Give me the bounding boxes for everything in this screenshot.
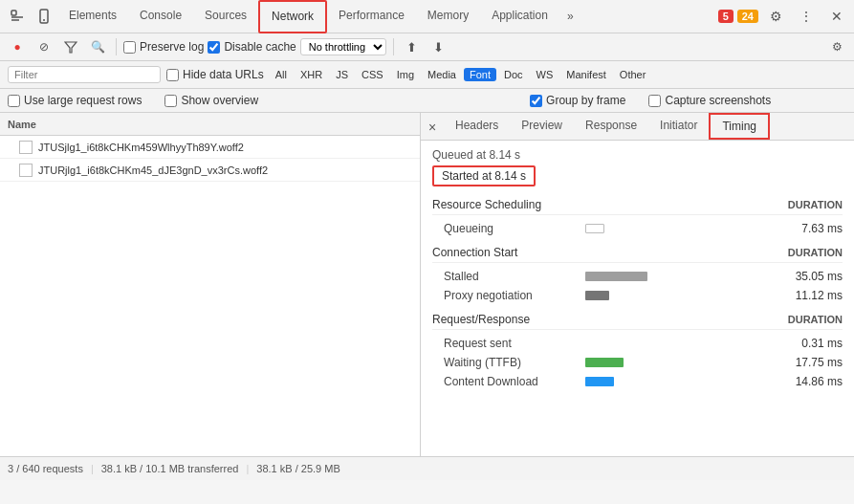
disable-cache-checkbox[interactable]: Disable cache — [208, 40, 296, 54]
record-button[interactable]: ● — [6, 35, 29, 58]
proxy-bar-visual — [585, 291, 609, 300]
list-item-checkbox — [19, 141, 33, 154]
search-icon[interactable]: 🔍 — [86, 35, 109, 58]
tab-more[interactable]: » — [559, 0, 581, 33]
filter-doc[interactable]: Doc — [498, 68, 529, 81]
filter-icon[interactable] — [59, 35, 82, 58]
error-badge: 5 — [718, 10, 734, 23]
more-options-icon[interactable]: ⋮ — [793, 3, 820, 30]
devtools-tab-bar: Elements Console Sources Network Perform… — [0, 0, 854, 33]
preserve-log-checkbox[interactable]: Preserve log — [123, 40, 204, 54]
upload-icon[interactable]: ⬆ — [401, 35, 424, 58]
list-item-checkbox — [19, 164, 33, 177]
filter-input[interactable] — [8, 66, 161, 83]
proxy-bar — [585, 291, 776, 300]
list-item[interactable]: JTUSjlg1_i6t8kCHKm459WlhyyTh89Y.woff2 — [0, 136, 420, 159]
error-badge-container: 5 24 — [718, 10, 758, 23]
timing-row-request-sent: Request sent 0.31 ms — [432, 334, 843, 353]
detail-tabs: × Headers Preview Response Initiator Tim… — [421, 113, 854, 141]
capture-screenshots-checkbox[interactable]: Capture screenshots — [648, 94, 771, 107]
tab-response[interactable]: Response — [574, 113, 648, 140]
filter-ws[interactable]: WS — [531, 68, 559, 81]
list-item[interactable]: JTURjlg1_i6t8kCHKm45_dJE3gnD_vx3rCs.woff… — [0, 159, 420, 182]
started-info: Started at 8.14 s — [432, 165, 536, 186]
filter-img[interactable]: Img — [391, 68, 420, 81]
timing-section-header-3: Request/Response DURATION — [432, 313, 843, 330]
timing-connection-start: Connection Start DURATION Stalled 35.05 … — [432, 246, 843, 305]
network-toolbar: ● ⊘ 🔍 Preserve log Disable cache No thro… — [0, 33, 854, 61]
ttfb-bar-visual — [585, 358, 624, 367]
show-overview-checkbox[interactable]: Show overview — [164, 94, 258, 107]
throttle-select[interactable]: No throttling Slow 3G Fast 3G Offline — [300, 38, 386, 55]
tab-performance[interactable]: Performance — [327, 0, 416, 33]
queueing-bar-visual — [585, 224, 604, 233]
tab-preview[interactable]: Preview — [510, 113, 574, 140]
hide-data-urls-checkbox[interactable]: Hide data URLs — [166, 68, 264, 81]
svg-marker-5 — [65, 42, 77, 53]
status-sep-2: | — [246, 463, 249, 474]
separator-2 — [393, 38, 394, 55]
group-by-frame-checkbox[interactable]: Group by frame — [530, 94, 625, 107]
tab-network[interactable]: Network — [258, 0, 327, 33]
inspect-icon[interactable] — [4, 3, 31, 30]
stalled-bar-visual — [585, 272, 647, 281]
detail-close-button[interactable]: × — [421, 113, 444, 141]
main-content: Name JTUSjlg1_i6t8kCHKm459WlhyyTh89Y.wof… — [0, 113, 854, 456]
close-devtools-icon[interactable]: ✕ — [823, 3, 850, 30]
tab-initiator[interactable]: Initiator — [648, 113, 709, 140]
transferred-info: 38.1 kB / 10.1 MB transferred — [101, 463, 239, 474]
detail-panel: × Headers Preview Response Initiator Tim… — [421, 113, 854, 456]
tab-application[interactable]: Application — [480, 0, 559, 33]
status-bar: 3 / 640 requests | 38.1 kB / 10.1 MB tra… — [0, 456, 854, 480]
status-sep-1: | — [91, 463, 94, 474]
timing-row-queueing: Queueing 7.63 ms — [432, 219, 843, 238]
timing-resource-scheduling: Resource Scheduling DURATION Queueing 7.… — [432, 198, 843, 238]
timing-section-header-2: Connection Start DURATION — [432, 246, 843, 263]
filter-font[interactable]: Font — [464, 68, 496, 81]
tab-timing[interactable]: Timing — [709, 113, 770, 140]
filter-xhr[interactable]: XHR — [295, 68, 328, 81]
download-icon[interactable]: ⬇ — [427, 35, 450, 58]
tab-elements[interactable]: Elements — [57, 0, 128, 33]
network-settings-icon[interactable]: ⚙ — [825, 35, 848, 58]
requests-count: 3 / 640 requests — [8, 463, 83, 474]
large-rows-checkbox[interactable]: Use large request rows — [8, 94, 142, 107]
tab-actions: 5 24 ⚙ ⋮ ✕ — [718, 3, 850, 30]
main-tabs: Elements Console Sources Network Perform… — [57, 0, 581, 33]
timing-row-stalled: Stalled 35.05 ms — [432, 267, 843, 286]
filter-other[interactable]: Other — [614, 68, 652, 81]
filter-manifest[interactable]: Manifest — [560, 68, 612, 81]
timing-row-content-download: Content Download 14.86 ms — [432, 372, 843, 391]
content-download-bar — [585, 377, 776, 386]
timing-request-response: Request/Response DURATION Request sent 0… — [432, 313, 843, 391]
svg-rect-3 — [40, 10, 48, 23]
queued-info: Queued at 8.14 s — [432, 148, 843, 162]
mobile-icon[interactable] — [31, 3, 57, 30]
tab-sources[interactable]: Sources — [193, 0, 258, 33]
settings-icon[interactable]: ⚙ — [762, 3, 789, 30]
filter-bar: Hide data URLs All XHR JS CSS Img Media … — [0, 61, 854, 89]
separator-1 — [116, 38, 117, 55]
options-left: Use large request rows Show overview — [8, 94, 258, 107]
stalled-bar — [585, 272, 776, 281]
stop-button[interactable]: ⊘ — [33, 35, 55, 58]
timing-row-ttfb: Waiting (TTFB) 17.75 ms — [432, 353, 843, 372]
tab-headers[interactable]: Headers — [444, 113, 510, 140]
resources-info: 38.1 kB / 25.9 MB — [256, 463, 339, 474]
timing-row-proxy: Proxy negotiation 11.12 ms — [432, 286, 843, 305]
queueing-bar — [585, 224, 776, 233]
list-header: Name — [0, 113, 420, 136]
options-row-1: Use large request rows Show overview Gro… — [0, 89, 854, 113]
filter-media[interactable]: Media — [422, 68, 462, 81]
filter-js[interactable]: JS — [330, 68, 354, 81]
filter-all[interactable]: All — [270, 68, 293, 81]
filter-types: All XHR JS CSS Img Media Font Doc WS Man… — [270, 68, 652, 81]
tab-console[interactable]: Console — [128, 0, 193, 33]
timing-panel: Queued at 8.14 s Started at 8.14 s Resou… — [421, 141, 854, 456]
svg-rect-0 — [11, 11, 16, 15]
tab-memory[interactable]: Memory — [416, 0, 480, 33]
options-right: Group by frame Capture screenshots — [530, 94, 771, 107]
filter-css[interactable]: CSS — [356, 68, 389, 81]
timing-section-header: Resource Scheduling DURATION — [432, 198, 843, 215]
warning-badge: 24 — [737, 10, 758, 23]
